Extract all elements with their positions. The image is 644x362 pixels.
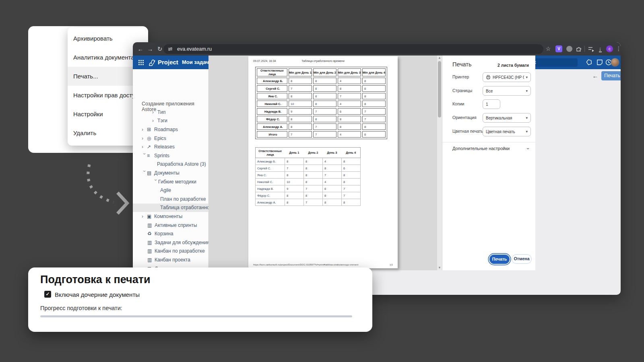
worked-time-table-bordered: Ответственные лицаMin для День 1Min для … [255,67,387,139]
roadmap-icon: ⊞ [147,127,154,132]
print-confirm-button[interactable]: Печать [489,255,510,264]
chevron-right-icon[interactable]: › [142,144,147,150]
sidebar-item[interactable]: План по разработке [133,195,208,204]
notifications-tag-icon[interactable] [586,59,593,66]
user-avatar[interactable] [611,58,619,67]
print-cancel-button[interactable]: Отмена [512,254,532,264]
sidebar-item-label: Компоненты [154,214,182,219]
value-cell: 8 [342,158,361,165]
value-cell: 8 [323,199,342,206]
reading-list-icon[interactable] [588,46,594,52]
sidebar-item[interactable]: ▥Активные спринты [133,221,208,230]
sidebar-item[interactable]: ›▤Документы [133,169,208,177]
download-icon[interactable]: ↓ [596,42,605,56]
sidebar-item[interactable]: Таблица отработанного времени [133,204,208,212]
sidebar-item[interactable]: ›◎Epics [133,134,208,143]
table-row: Александр А.8788 [256,199,361,206]
notes-icon[interactable] [596,59,603,66]
sidebar-item[interactable]: ›Тип [133,108,208,117]
value-cell: 8 [362,78,386,84]
person-cell: Александр Б. [257,78,287,84]
sidebar-item-label: Канбан по разработке [155,248,205,254]
sidebar-item[interactable]: Agile [133,186,208,195]
value-cell: 8 [313,101,336,107]
table-row: Итого7746 [257,131,386,138]
include-children-checkbox[interactable]: ✓ [44,291,51,298]
site-settings-icon[interactable] [167,46,173,52]
chevron-down-icon[interactable]: › [142,170,147,175]
value-cell: 8 [342,172,361,179]
chevron-down-icon[interactable]: › [142,153,147,158]
value-cell: 7 [313,131,336,138]
table-row: Надежда В.9767 [256,185,361,192]
value-cell: 8 [338,123,361,130]
copies-input[interactable]: 1 [483,99,500,109]
sidebar-item[interactable]: ▥Задачи для обсуждения [133,238,208,247]
chevron-right-icon[interactable]: › [142,136,147,141]
product-name[interactable]: Project [158,56,178,69]
value-cell: 6 [338,108,361,115]
sidebar-item[interactable]: ›Гибкие методики [133,177,208,186]
sidebar-item[interactable]: ›Тэги [133,117,208,125]
value-cell: 7 [289,85,312,92]
chevron-right-icon[interactable]: › [142,127,147,132]
documents-icon: ▤ [147,170,154,176]
value-cell: 8 [304,172,323,179]
scrollbar-thumb[interactable] [438,61,441,117]
board-icon: ▥ [147,248,155,254]
scroll-down-icon[interactable]: ▼ [437,265,442,270]
app-nav-item[interactable]: Мои задачи [182,56,212,69]
person-cell: Александр А. [257,123,287,130]
цветная печать-dropdown[interactable]: Цветная печать▾ [483,127,531,136]
sidebar-item[interactable]: ›≡Sprints [133,151,208,160]
reload-icon[interactable]: ↻ [155,42,164,56]
extensions-puzzle-icon[interactable] [576,46,582,52]
app-launcher-icon[interactable] [138,60,144,65]
table-header-cell: День 2 [304,148,323,158]
print-setting-row: ПринтерHPFCE43C (HP Color La:▾ [442,72,535,82]
chevron-right-icon[interactable]: › [142,214,147,219]
value-cell: 7 [338,93,361,99]
more-menu-icon[interactable]: ⋮ [614,42,621,56]
страницы-dropdown[interactable]: Все▾ [483,86,531,96]
value-cell: 8 [313,116,336,122]
принтер-dropdown[interactable]: HPFCE43C (HP Color La:▾ [483,72,531,82]
table-row: Александр Б.8848 [257,78,386,84]
chevron-right-icon[interactable]: › [152,109,157,115]
ориентация-dropdown[interactable]: Вертикальная▾ [483,113,531,123]
extension-globe-icon[interactable] [566,46,572,52]
profile-avatar[interactable]: c [606,45,613,52]
value-cell: 8 [289,116,312,122]
value-cell: 8 [323,192,342,199]
person-cell: Александр А. [256,199,285,206]
chevron-right-icon[interactable]: › [152,118,157,123]
sidebar-item[interactable]: Разработка Astore (3) [133,160,208,169]
table-row: Надежда В.9767 [257,108,386,115]
page-back-icon[interactable]: ← [591,72,600,80]
address-bar[interactable]: eva.evateam.ru [163,44,543,54]
sidebar-item[interactable]: ▥Канбан проекта [133,255,208,264]
printer-icon [486,75,491,80]
value-cell: 4 [323,158,342,165]
page-print-button[interactable]: Печать [601,71,621,80]
sidebar-item-label: Roadmaps [154,127,178,132]
person-cell: Яна С. [257,93,287,99]
preview-scrollbar[interactable]: ▲ ▼ [437,56,442,270]
sidebar-item-label: Активные спринты [155,222,197,228]
sidebar-item[interactable]: ›⊞Roadmaps [133,125,208,134]
chevron-down-icon[interactable]: › [525,148,531,149]
forward-icon[interactable]: → [146,42,155,56]
table-row: Александр А.8788 [257,123,386,130]
value-cell: 6 [362,85,386,92]
value-cell: 7 [289,131,312,138]
back-icon[interactable]: ← [136,42,145,56]
sidebar-item[interactable]: ♻Корзина [133,229,208,238]
sidebar-item[interactable]: ›▣Компоненты [133,212,208,221]
chevron-down-icon[interactable]: › [153,179,159,184]
scroll-up-icon[interactable]: ▲ [437,56,442,60]
more-settings-label[interactable]: Дополнительные настройки [452,146,510,151]
sidebar-item[interactable]: ▥Канбан по разработке [133,247,208,256]
extension-v-icon[interactable]: V [555,45,562,52]
sidebar-item[interactable]: ›↗Releases [133,142,208,151]
bookmark-star-icon[interactable]: ☆ [544,42,553,56]
